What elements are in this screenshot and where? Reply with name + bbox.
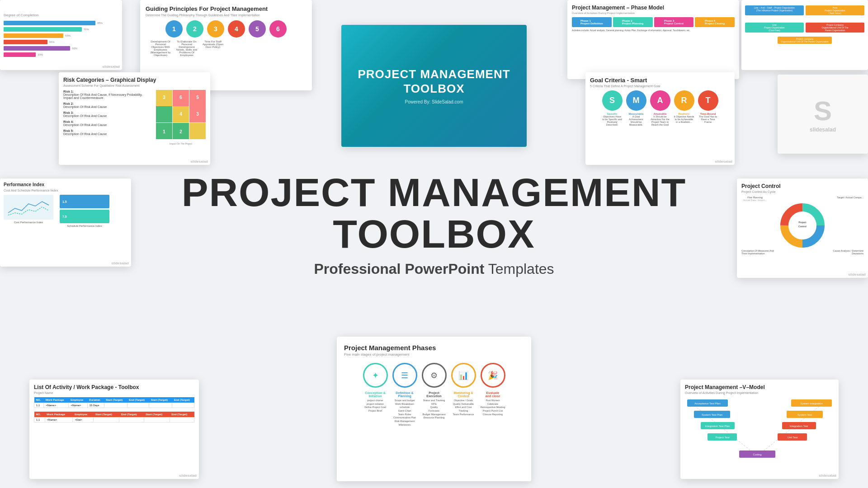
activity-table-2: NO. Work Package Employee Start (Target)…	[34, 412, 194, 422]
phases-circles-row: ✦ ☰ ⚙ 📊 🎉	[344, 363, 524, 388]
slidesalad-watermark-control: slidesalad	[848, 272, 866, 277]
svg-text:3: 3	[196, 112, 199, 117]
guiding-text-1: Development Of Personal Objectives With …	[149, 40, 172, 56]
table2-header-emp: Employee	[73, 412, 94, 418]
guiding-icon-6: 6	[269, 20, 287, 38]
phases-label-1: Conception &Initiation project charterpr…	[363, 391, 388, 427]
org-center-box: Project CompanyOrganizational Unit Of Th…	[745, 36, 864, 44]
smart-circle-a: A	[650, 90, 670, 111]
slidesalad-watermark-bar: slidesalad	[102, 65, 120, 69]
phase-box-4: Phase 4Project Closing	[695, 17, 735, 27]
svg-text:Integration Test: Integration Test	[790, 425, 808, 427]
smart-labels: Specific Objectives Have to be Specific …	[590, 113, 730, 126]
bar-label-5: 60%	[72, 47, 81, 50]
risk-item-4: Risk 4:Description Of Risk And Cause	[63, 120, 152, 127]
gauge-schedule: 7.5	[60, 210, 109, 223]
smart-label-m: Measurable A Goal Achievement Should be …	[626, 113, 646, 126]
org-box-3: LineProject Organization(Cost-Free)	[745, 23, 804, 33]
svg-rect-2	[189, 123, 206, 139]
table2-header-start-a: Start (Target)	[144, 412, 170, 418]
phase-row: Phase 1Project Definition Phase 2Project…	[572, 17, 735, 27]
org-box-4: Project CompanyOrganizational Unit Of Th…	[806, 23, 864, 33]
main-title-line2: TOOLBOX	[182, 213, 687, 255]
svg-text:System Test: System Test	[797, 413, 812, 416]
table-header-end-a: End (Target)	[172, 397, 194, 403]
donut-container: Project Control Fine PlanningActual Data…	[741, 196, 863, 255]
slidesalad-watermark-risk: slidesalad	[190, 160, 208, 164]
watermark-card: S slidesalad	[778, 75, 868, 154]
hero-card-title: PROJECT MANAGEMENTTOOLBOX	[358, 67, 510, 95]
perf-title: Performance Index	[4, 182, 127, 187]
smart-label-r: Realistic It Objective Needs to be Achie…	[674, 113, 694, 126]
org-chart-card: Line – And – Staff – Project Organizatio…	[741, 0, 868, 70]
hero-card: PROJECT MANAGEMENTTOOLBOX Powered By: Sl…	[341, 25, 527, 147]
svg-text:1: 1	[163, 129, 165, 134]
subtitle-bold: Professional PowerPoint	[314, 261, 484, 277]
risk-matrix-container: 1 2 3 4 5 6 3 Impact On The Project	[156, 90, 206, 145]
perf-subtitle: Cost And Schedule Performance Index	[4, 189, 127, 192]
phases-title: Project Management Phases	[344, 344, 524, 352]
control-label-4: Target / Actual Compa...	[836, 196, 863, 199]
smart-label-a: Attainable It Should be Attractive For t…	[650, 113, 670, 126]
phases-label-3: ProjectExecution Status and TrackingKPIs…	[422, 391, 447, 427]
phase-box-2: Phase 2Project Planning	[613, 17, 653, 27]
guiding-text-3: Time For Staff Appraisals (Open Door Pol…	[202, 40, 224, 56]
table2-header-wp: Work Package	[45, 412, 73, 418]
bar-fill-5	[4, 46, 70, 51]
risk-item-3: Risk 3:Description Of Risk And Cause	[63, 111, 152, 117]
svg-text:4: 4	[179, 112, 182, 117]
vmodel-card: Project Management –V–Model Overview of …	[680, 380, 839, 479]
table-header-no: NO.	[34, 397, 44, 403]
org-row-1: Line – And – Staff – Project Organizatio…	[745, 5, 864, 16]
phase-circle-3: ⚙	[422, 363, 447, 388]
main-subtitle: Professional PowerPoint Templates	[182, 261, 687, 277]
bar-row-6: 30%	[4, 52, 118, 57]
bar-label-6: 30%	[38, 53, 47, 56]
guiding-text-6	[280, 40, 303, 56]
risk-item-2: Risk 2:Description Of Risk And Cause	[63, 102, 152, 108]
bar-fill-3	[4, 33, 63, 38]
activity-card: List Of Activity / Work Package - Toolbo…	[29, 380, 199, 479]
svg-text:Project: Project	[799, 221, 807, 224]
org-box-2: PureProject Organization(Task Force)	[806, 5, 864, 15]
phases-label-5: Evaluateand close Post MortemCelebrateRe…	[481, 391, 505, 427]
phases-labels-row: Conception &Initiation project charterpr…	[344, 391, 524, 427]
table-header-end-t: End (Target)	[127, 397, 149, 403]
phase-circle-2: ☰	[392, 363, 417, 388]
perf-right: 1.5 7.5 Schedule Performance Index	[60, 195, 109, 227]
bar-chart-inner: Degree of Completion 85% 70% 55% 40% 60%…	[4, 4, 118, 66]
project-control-card: Project Control Project Control As Cycle…	[737, 178, 868, 278]
perf-label-2: Schedule Performance Index	[60, 225, 109, 227]
table2-header-end-t: End (Target)	[119, 412, 144, 418]
control-label-1: Fine PlanningActual Data / Invent...	[741, 196, 769, 202]
watermark-letter: S	[814, 95, 832, 127]
activity-subtitle: Project Name	[34, 391, 194, 394]
guiding-texts-row: Development Of Personal Objectives With …	[146, 40, 307, 56]
bar-chart-card: Degree of Completion 85% 70% 55% 40% 60%…	[0, 0, 122, 70]
phase-circle-1: ✦	[363, 363, 388, 388]
smart-circles: S M A R T	[590, 90, 730, 111]
svg-text:6: 6	[179, 95, 182, 100]
vmodel-title: Project Management –V–Model	[685, 384, 834, 390]
phase-circle-4: 📊	[451, 363, 476, 388]
org-box-1: Line – And – Staff – Project Organizatio…	[745, 5, 804, 15]
guiding-text-5	[254, 40, 277, 56]
slidesalad-watermark-activity: slidesalad	[179, 474, 197, 478]
hero-card-subtitle: Powered By: SlideSalad.com	[405, 99, 463, 104]
main-title-line1: PROJECT MANAGEMENT	[182, 172, 687, 213]
svg-text:Acceptance Test Plan: Acceptance Test Plan	[694, 402, 721, 405]
phase-box-1: Phase 1Project Definition	[572, 17, 612, 27]
activity-table: NO. Work Package Employee Duration Start…	[34, 397, 194, 408]
risk-item-1: Risk 1:Description Of Risk And Cause, If…	[63, 90, 152, 99]
guiding-text-2: To Elaborate On Personal Development Nee…	[175, 40, 198, 56]
bar-fill-4	[4, 40, 47, 44]
svg-text:3: 3	[163, 95, 165, 100]
perf-row: Cost Performance Index 1.5 7.5 Schedule …	[4, 195, 127, 227]
table-header-wp: Work Package	[44, 397, 69, 403]
svg-text:5: 5	[196, 95, 199, 100]
svg-text:Project Test: Project Test	[715, 436, 730, 439]
bar-label-4: 40%	[49, 41, 58, 43]
phases-subtitle: Five main stages of project management	[344, 352, 524, 357]
svg-text:Control: Control	[798, 225, 807, 228]
phase-model-card: Project Management – Phase Model Overvie…	[567, 0, 739, 79]
